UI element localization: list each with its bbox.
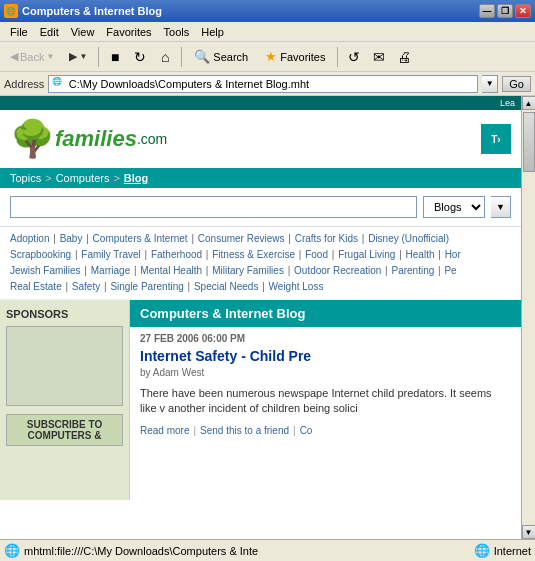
link-frugal-living[interactable]: Frugal Living: [338, 249, 395, 260]
link-disney[interactable]: Disney (Unofficial): [368, 233, 449, 244]
link-crafts-for-kids[interactable]: Crafts for Kids: [295, 233, 358, 244]
close-button[interactable]: ✕: [515, 4, 531, 18]
forward-dropdown-icon[interactable]: ▼: [79, 52, 87, 61]
article-author: by Adam West: [130, 366, 521, 382]
site-top-bar: Lea: [0, 96, 521, 110]
menu-tools[interactable]: Tools: [158, 24, 196, 40]
toolbar-separator-1: [98, 47, 99, 67]
status-page-icon: 🌐: [4, 543, 20, 558]
link-military-families[interactable]: Military Families: [212, 265, 284, 276]
article-body: There have been numerous newspape Intern…: [130, 382, 521, 421]
browser-area: Lea 🌳 families .com T› Topics > Computer…: [0, 96, 535, 539]
restore-button[interactable]: ❐: [497, 4, 513, 18]
breadcrumb-computers[interactable]: Computers: [56, 172, 110, 184]
forward-button[interactable]: ▶ ▼: [63, 47, 93, 66]
site-topbar-text: Lea: [500, 98, 515, 108]
link-single-parenting[interactable]: Single Parenting: [110, 281, 183, 292]
content-header: Computers & Internet Blog: [130, 300, 521, 327]
scroll-down-button[interactable]: ▼: [522, 525, 536, 539]
breadcrumb-topics[interactable]: Topics: [10, 172, 41, 184]
status-text: mhtml:file:///C:\My Downloads\Computers …: [24, 545, 258, 557]
back-button[interactable]: ◀ Back ▼: [4, 47, 60, 66]
sponsors-title: SPONSORS: [6, 308, 123, 320]
address-favicon: 🌐: [52, 77, 65, 91]
link-baby[interactable]: Baby: [60, 233, 83, 244]
link-weight-loss[interactable]: Weight Loss: [269, 281, 324, 292]
internet-icon: 🌐: [474, 543, 490, 558]
footer-co-link[interactable]: Co: [300, 425, 313, 436]
home-button[interactable]: ⌂: [154, 46, 176, 68]
favorites-button[interactable]: ★ Favorites: [258, 46, 332, 67]
scroll-thumb-v[interactable]: [523, 112, 535, 172]
footer-sep-2: |: [293, 425, 296, 436]
site-main: SPONSORS SUBSCRIBE TO COMPUTERS & Comput…: [0, 300, 521, 500]
breadcrumb-sep-2: >: [113, 172, 119, 184]
header-right-text: T›: [491, 134, 500, 145]
print-button[interactable]: 🖨: [393, 46, 415, 68]
site-search-input[interactable]: [10, 196, 417, 218]
address-input-wrap: 🌐: [48, 75, 478, 93]
address-dropdown-button[interactable]: ▼: [482, 75, 498, 93]
menu-edit[interactable]: Edit: [34, 24, 65, 40]
link-scrapbooking[interactable]: Scrapbooking: [10, 249, 71, 260]
menu-file[interactable]: File: [4, 24, 34, 40]
link-fatherhood[interactable]: Fatherhood: [151, 249, 202, 260]
menu-favorites[interactable]: Favorites: [100, 24, 157, 40]
address-input[interactable]: [69, 78, 475, 90]
window-icon: 🌐: [4, 4, 18, 18]
link-consumer-reviews[interactable]: Consumer Reviews: [198, 233, 285, 244]
menu-help[interactable]: Help: [195, 24, 230, 40]
star-icon: ★: [265, 49, 277, 64]
go-button[interactable]: Go: [502, 76, 531, 92]
link-real-estate[interactable]: Real Estate: [10, 281, 62, 292]
refresh-button[interactable]: ↻: [129, 46, 151, 68]
link-food[interactable]: Food: [305, 249, 328, 260]
send-to-friend-link[interactable]: Send this to a friend: [200, 425, 289, 436]
title-bar: 🌐 Computers & Internet Blog — ❐ ✕: [0, 0, 535, 22]
link-jewish-families[interactable]: Jewish Families: [10, 265, 81, 276]
article-date: 27 FEB 2006 06:00 PM: [130, 327, 521, 346]
minimize-button[interactable]: —: [479, 4, 495, 18]
link-hor[interactable]: Hor: [445, 249, 461, 260]
search-button[interactable]: 🔍 Search: [187, 46, 255, 67]
link-safety[interactable]: Safety: [72, 281, 100, 292]
forward-arrow-icon: ▶: [69, 50, 77, 63]
history-button[interactable]: ↺: [343, 46, 365, 68]
subscribe-box[interactable]: SUBSCRIBE TO COMPUTERS &: [6, 414, 123, 446]
site-nav: Topics > Computers > Blog: [0, 168, 521, 188]
link-fitness[interactable]: Fitness & Exercise: [212, 249, 295, 260]
search-dropdown-arrow[interactable]: ▼: [491, 196, 511, 218]
link-health[interactable]: Health: [406, 249, 435, 260]
sponsors-box: [6, 326, 123, 406]
footer-sep-1: |: [193, 425, 196, 436]
article-footer: Read more | Send this to a friend | Co: [130, 421, 521, 440]
link-marriage[interactable]: Marriage: [91, 265, 130, 276]
breadcrumb-current: Blog: [124, 172, 148, 184]
logo-text: families: [55, 126, 137, 152]
link-special-needs[interactable]: Special Needs: [194, 281, 258, 292]
article-title[interactable]: Internet Safety - Child Pre: [130, 346, 521, 366]
logo-com: .com: [137, 131, 167, 147]
site-search-area: Blogs ▼: [0, 188, 521, 227]
read-more-link[interactable]: Read more: [140, 425, 189, 436]
link-adoption[interactable]: Adoption: [10, 233, 49, 244]
link-computers-internet[interactable]: Computers & Internet: [93, 233, 188, 244]
title-bar-buttons: — ❐ ✕: [479, 4, 531, 18]
link-outdoor-recreation[interactable]: Outdoor Recreation: [294, 265, 381, 276]
mail-button[interactable]: ✉: [368, 46, 390, 68]
address-label: Address: [4, 78, 44, 90]
toolbar: ◀ Back ▼ ▶ ▼ ■ ↻ ⌂ 🔍 Search ★ Favorites …: [0, 42, 535, 72]
link-mental-health[interactable]: Mental Health: [140, 265, 202, 276]
window-title: Computers & Internet Blog: [22, 5, 162, 17]
vertical-scrollbar[interactable]: ▲ ▼: [521, 96, 535, 539]
link-parenting[interactable]: Parenting: [391, 265, 434, 276]
favorites-label: Favorites: [280, 51, 325, 63]
menu-view[interactable]: View: [65, 24, 101, 40]
breadcrumb-sep-1: >: [45, 172, 51, 184]
link-pe[interactable]: Pe: [444, 265, 456, 276]
scroll-up-button[interactable]: ▲: [522, 96, 536, 110]
site-search-dropdown[interactable]: Blogs: [423, 196, 485, 218]
link-family-travel[interactable]: Family Travel: [81, 249, 140, 260]
back-dropdown-icon[interactable]: ▼: [46, 52, 54, 61]
stop-button[interactable]: ■: [104, 46, 126, 68]
